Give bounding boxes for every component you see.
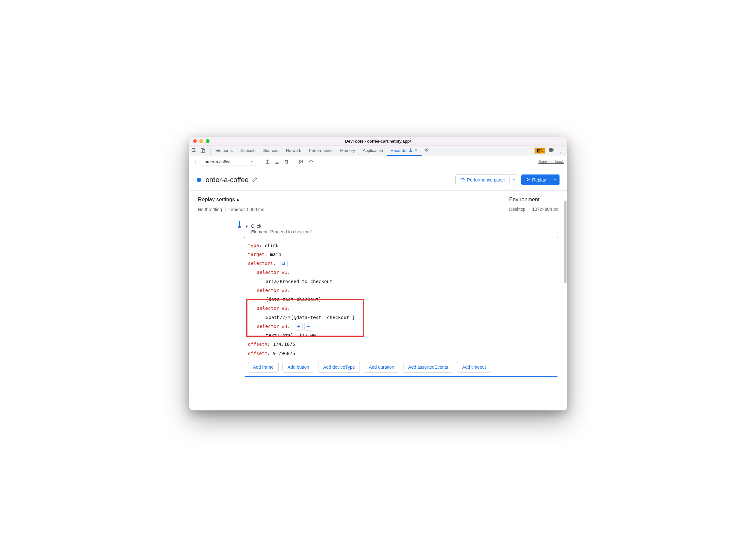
- recorder-toolbar: ＋ order-a-coffee Send feedback: [189, 156, 567, 168]
- tab-elements[interactable]: Elements: [212, 146, 237, 156]
- selector-3-value[interactable]: xpath///*[@data-test="checkout"]: [248, 313, 554, 322]
- environment-values: Desktop 1372×804 px: [509, 207, 558, 212]
- svg-rect-2: [203, 150, 205, 153]
- tab-console[interactable]: Console: [237, 146, 260, 156]
- add-frame-button[interactable]: Add frame: [248, 362, 279, 373]
- add-devicetype-button[interactable]: Add deviceType: [318, 362, 360, 373]
- viewport-value: 1372×804 px: [532, 207, 558, 212]
- close-icon[interactable]: ✕: [414, 148, 418, 153]
- recording-title: order-a-coffee: [206, 176, 249, 184]
- add-assertedevents-button[interactable]: Add assertedEvents: [403, 362, 453, 373]
- selector-2-key: selector #2: [257, 288, 288, 293]
- tab-application[interactable]: Application: [359, 146, 387, 156]
- performance-panel-caret[interactable]: [510, 174, 518, 185]
- step-subtitle: Element "Proceed to checkout": [251, 229, 312, 234]
- timeout-value: Timeout: 5000 ms: [229, 207, 264, 212]
- window-title: DevTools - coffee-cart.netlify.app/: [189, 139, 567, 144]
- type-value[interactable]: click: [265, 243, 279, 248]
- offsety-key: offsetY: [248, 351, 267, 356]
- window-minimize-button[interactable]: [199, 139, 203, 143]
- add-duration-button[interactable]: Add duration: [364, 362, 399, 373]
- step-header[interactable]: ▼ Click Element "Proceed to checkout" ⋮: [245, 221, 558, 237]
- caret-right-icon: ▸: [237, 196, 240, 203]
- flask-icon: [409, 148, 412, 153]
- caret-down-icon: ▼: [245, 224, 249, 228]
- tab-network[interactable]: Network: [282, 146, 305, 156]
- tab-recorder-label: Recorder: [391, 148, 408, 153]
- replay-label: Replay: [532, 177, 546, 182]
- steps-area: ▼ Click Element "Proceed to checkout" ⋮ …: [189, 221, 567, 410]
- add-buttons-row: Add frame Add button Add deviceType Add …: [248, 362, 554, 373]
- edit-icon[interactable]: [252, 177, 258, 183]
- recording-select-value: order-a-coffee: [205, 160, 231, 164]
- separator: [225, 207, 225, 212]
- device-value: Desktop: [509, 207, 525, 212]
- timeline: [236, 221, 243, 228]
- timeline-dot-icon: [238, 226, 241, 228]
- separator: [260, 159, 260, 165]
- devtools-window: DevTools - coffee-cart.netlify.app/ Elem…: [189, 137, 567, 410]
- titlebar: DevTools - coffee-cart.netlify.app/: [189, 137, 567, 146]
- kebab-menu-icon[interactable]: ⋮: [557, 148, 563, 154]
- traffic-lights: [189, 139, 210, 143]
- more-tabs-button[interactable]: [422, 146, 431, 156]
- replay-caret[interactable]: [551, 174, 560, 185]
- step-over-icon[interactable]: [308, 158, 315, 165]
- selector-4-row: selector #4: + −: [248, 322, 554, 331]
- tab-sources[interactable]: Sources: [259, 146, 282, 156]
- separator: [294, 159, 294, 165]
- window-maximize-button[interactable]: [206, 139, 210, 143]
- performance-panel-label: Performance panel: [467, 177, 505, 182]
- import-icon[interactable]: [274, 158, 281, 165]
- selector-4-value[interactable]: text/Total: $12.00: [248, 331, 554, 340]
- recording-header: order-a-coffee Performance panel: [189, 168, 567, 191]
- offsetx-key: offsetX: [248, 342, 267, 347]
- offsetx-value[interactable]: 174.1875: [273, 342, 295, 347]
- export-icon[interactable]: [264, 158, 271, 165]
- issues-badge[interactable]: ◧ 1: [534, 147, 546, 154]
- element-picker-button[interactable]: [281, 260, 288, 267]
- step-play-icon[interactable]: [298, 158, 305, 165]
- badge-count: 1: [541, 148, 543, 153]
- add-button-button[interactable]: Add button: [282, 362, 314, 373]
- performance-panel-button[interactable]: Performance panel: [455, 174, 510, 185]
- target-value[interactable]: main: [270, 252, 281, 257]
- step-body: type: click target: main selectors: sele…: [244, 237, 558, 377]
- send-feedback-link[interactable]: Send feedback: [538, 160, 564, 164]
- replay-settings-values: No throttling Timeout: 5000 ms: [198, 207, 264, 212]
- offsety-value[interactable]: 9.796875: [273, 351, 295, 356]
- tab-recorder[interactable]: Recorder ✕: [387, 146, 422, 156]
- type-row: type: click: [248, 241, 554, 250]
- add-selector-button[interactable]: +: [295, 323, 303, 330]
- selector-4-key: selector #4: [257, 324, 288, 329]
- performance-panel-group: Performance panel: [455, 174, 518, 185]
- gauge-icon: [460, 177, 465, 183]
- recording-select[interactable]: order-a-coffee: [202, 158, 256, 166]
- window-close-button[interactable]: [193, 139, 197, 143]
- inspect-element-icon[interactable]: [191, 148, 197, 153]
- add-timeout-button[interactable]: Add timeout: [457, 362, 491, 373]
- settings-row: Replay settings ▸ No throttling Timeout:…: [189, 191, 567, 221]
- step-kebab-menu-icon[interactable]: ⋮: [551, 223, 558, 230]
- separator: [529, 207, 529, 212]
- delete-icon[interactable]: [283, 158, 290, 165]
- svg-point-3: [309, 163, 310, 163]
- replay-button[interactable]: Replay: [521, 174, 551, 185]
- selector-3-row: selector #3:: [248, 304, 554, 313]
- settings-gear-icon[interactable]: [548, 147, 554, 154]
- chevron-down-icon: [250, 160, 253, 164]
- scrollbar[interactable]: [564, 201, 567, 283]
- remove-selector-button[interactable]: −: [304, 323, 312, 330]
- tab-memory[interactable]: Memory: [336, 146, 359, 156]
- selector-1-key: selector #1: [257, 270, 288, 275]
- device-toolbar-icon[interactable]: [200, 148, 206, 153]
- selector-1-value[interactable]: aria/Proceed to checkout: [248, 277, 554, 286]
- replay-settings-heading[interactable]: Replay settings ▸: [198, 196, 264, 203]
- selector-2-value[interactable]: [data-test=checkout]: [248, 295, 554, 304]
- tab-performance[interactable]: Performance: [305, 146, 336, 156]
- step-title: Click: [251, 223, 312, 229]
- play-icon: [526, 177, 530, 182]
- svg-point-4: [462, 180, 463, 180]
- replay-group: Replay: [521, 174, 560, 185]
- new-recording-button[interactable]: ＋: [192, 158, 199, 165]
